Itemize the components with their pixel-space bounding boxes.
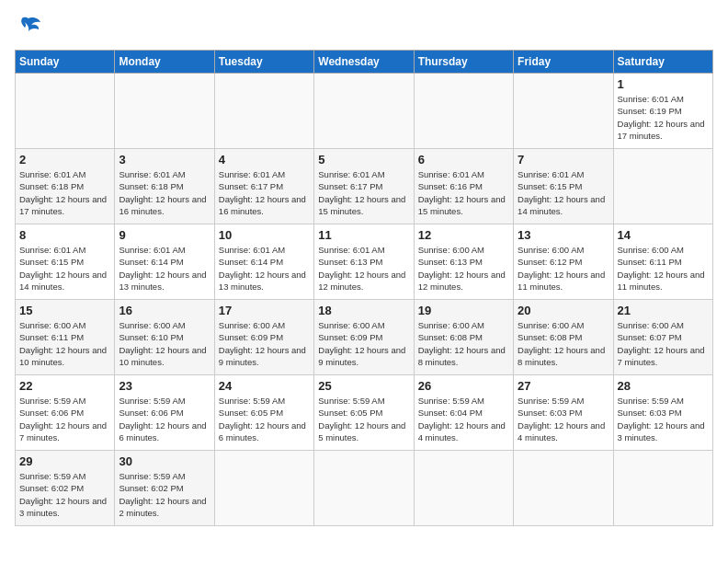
day-info: Sunrise: 6:00 AMSunset: 6:11 PMDaylight:…	[19, 319, 110, 368]
day-number: 23	[119, 379, 210, 393]
day-number: 17	[219, 304, 310, 317]
day-info: Sunrise: 6:01 AMSunset: 6:16 PMDaylight:…	[418, 168, 509, 217]
calendar-header-row: SundayMondayTuesdayWednesdayThursdayFrid…	[16, 51, 713, 74]
day-info: Sunrise: 6:01 AMSunset: 6:19 PMDaylight:…	[618, 93, 709, 142]
day-info: Sunrise: 6:00 AMSunset: 6:08 PMDaylight:…	[518, 319, 609, 368]
calendar-cell	[115, 74, 214, 149]
calendar-cell: 13Sunrise: 6:00 AMSunset: 6:12 PMDayligh…	[514, 224, 613, 300]
calendar-cell	[16, 74, 115, 149]
day-number: 30	[119, 454, 210, 468]
page-header	[15, 15, 713, 40]
day-info: Sunrise: 6:01 AMSunset: 6:18 PMDaylight:…	[19, 168, 110, 217]
calendar-cell: 20Sunrise: 6:00 AMSunset: 6:08 PMDayligh…	[514, 300, 613, 375]
day-info: Sunrise: 5:59 AMSunset: 6:06 PMDaylight:…	[119, 395, 210, 443]
day-info: Sunrise: 6:01 AMSunset: 6:15 PMDaylight:…	[518, 168, 609, 217]
calendar-cell: 3Sunrise: 6:01 AMSunset: 6:18 PMDaylight…	[115, 149, 214, 224]
calendar-cell	[514, 74, 613, 149]
day-info: Sunrise: 6:01 AMSunset: 6:14 PMDaylight:…	[119, 244, 210, 293]
calendar-cell: 17Sunrise: 6:00 AMSunset: 6:09 PMDayligh…	[214, 300, 313, 375]
day-number: 8	[19, 228, 110, 242]
day-number: 24	[219, 379, 310, 393]
day-info: Sunrise: 6:01 AMSunset: 6:14 PMDaylight:…	[219, 244, 310, 293]
calendar-cell: 4Sunrise: 6:01 AMSunset: 6:17 PMDaylight…	[214, 149, 313, 224]
day-info: Sunrise: 6:01 AMSunset: 6:17 PMDaylight:…	[219, 168, 310, 217]
calendar-cell: 21Sunrise: 6:00 AMSunset: 6:07 PMDayligh…	[613, 300, 712, 375]
calendar-cell: 15Sunrise: 6:00 AMSunset: 6:11 PMDayligh…	[16, 300, 115, 375]
calendar-cell: 16Sunrise: 6:00 AMSunset: 6:10 PMDayligh…	[115, 300, 214, 375]
calendar-cell: 25Sunrise: 5:59 AMSunset: 6:05 PMDayligh…	[314, 375, 414, 451]
calendar-cell: 22Sunrise: 5:59 AMSunset: 6:06 PMDayligh…	[16, 375, 115, 451]
calendar-cell: 27Sunrise: 5:59 AMSunset: 6:03 PMDayligh…	[514, 375, 613, 451]
day-number: 19	[418, 304, 509, 317]
calendar-cell: 11Sunrise: 6:01 AMSunset: 6:13 PMDayligh…	[314, 224, 414, 300]
calendar-day-header: Wednesday	[314, 51, 414, 74]
day-number: 14	[618, 228, 709, 242]
calendar-day-header: Friday	[514, 51, 613, 74]
day-number: 7	[518, 153, 609, 167]
calendar-day-header: Sunday	[16, 51, 115, 74]
day-info: Sunrise: 6:00 AMSunset: 6:09 PMDaylight:…	[318, 319, 409, 368]
day-info: Sunrise: 6:00 AMSunset: 6:10 PMDaylight:…	[119, 319, 210, 368]
calendar-cell: 24Sunrise: 5:59 AMSunset: 6:05 PMDayligh…	[214, 375, 313, 451]
day-number: 20	[518, 304, 609, 317]
calendar-week-row: 8Sunrise: 6:01 AMSunset: 6:15 PMDaylight…	[16, 224, 713, 300]
day-info: Sunrise: 6:00 AMSunset: 6:09 PMDaylight:…	[219, 319, 310, 368]
day-number: 2	[19, 153, 110, 167]
day-info: Sunrise: 6:00 AMSunset: 6:11 PMDaylight:…	[618, 244, 709, 293]
day-number: 9	[119, 228, 210, 242]
calendar-week-row: 2Sunrise: 6:01 AMSunset: 6:18 PMDaylight…	[16, 149, 713, 224]
calendar-day-header: Saturday	[613, 51, 712, 74]
calendar-cell: 19Sunrise: 6:00 AMSunset: 6:08 PMDayligh…	[414, 300, 513, 375]
calendar-cell	[414, 74, 513, 149]
calendar-cell: 30Sunrise: 5:59 AMSunset: 6:02 PMDayligh…	[115, 451, 214, 526]
calendar-week-row: 15Sunrise: 6:00 AMSunset: 6:11 PMDayligh…	[16, 300, 713, 375]
calendar-cell	[214, 74, 313, 149]
day-info: Sunrise: 5:59 AMSunset: 6:05 PMDaylight:…	[318, 395, 409, 443]
logo-icon	[15, 15, 42, 40]
calendar-cell: 18Sunrise: 6:00 AMSunset: 6:09 PMDayligh…	[314, 300, 414, 375]
calendar-day-header: Thursday	[414, 51, 513, 74]
day-number: 13	[518, 228, 609, 242]
day-info: Sunrise: 6:01 AMSunset: 6:13 PMDaylight:…	[318, 244, 409, 293]
calendar-cell: 5Sunrise: 6:01 AMSunset: 6:17 PMDaylight…	[314, 149, 414, 224]
calendar-cell: 2Sunrise: 6:01 AMSunset: 6:18 PMDaylight…	[16, 149, 115, 224]
day-info: Sunrise: 6:00 AMSunset: 6:07 PMDaylight:…	[618, 319, 709, 368]
day-number: 18	[318, 304, 409, 317]
calendar-cell	[314, 74, 414, 149]
day-info: Sunrise: 6:00 AMSunset: 6:12 PMDaylight:…	[518, 244, 609, 293]
calendar-week-row: 22Sunrise: 5:59 AMSunset: 6:06 PMDayligh…	[16, 375, 713, 451]
day-info: Sunrise: 6:00 AMSunset: 6:08 PMDaylight:…	[418, 319, 509, 368]
day-info: Sunrise: 5:59 AMSunset: 6:06 PMDaylight:…	[19, 395, 110, 443]
day-number: 26	[418, 379, 509, 393]
calendar-cell: 9Sunrise: 6:01 AMSunset: 6:14 PMDaylight…	[115, 224, 214, 300]
day-number: 15	[19, 304, 110, 317]
calendar-cell	[613, 451, 712, 526]
day-info: Sunrise: 5:59 AMSunset: 6:04 PMDaylight:…	[418, 395, 509, 443]
day-number: 22	[19, 379, 110, 393]
day-info: Sunrise: 5:59 AMSunset: 6:03 PMDaylight:…	[618, 395, 709, 443]
calendar-day-header: Tuesday	[214, 51, 313, 74]
day-info: Sunrise: 5:59 AMSunset: 6:05 PMDaylight:…	[219, 395, 310, 443]
calendar-cell: 26Sunrise: 5:59 AMSunset: 6:04 PMDayligh…	[414, 375, 513, 451]
day-number: 12	[418, 228, 509, 242]
day-number: 10	[219, 228, 310, 242]
day-number: 29	[19, 454, 110, 468]
day-number: 27	[518, 379, 609, 393]
calendar-cell: 10Sunrise: 6:01 AMSunset: 6:14 PMDayligh…	[214, 224, 313, 300]
day-number: 28	[618, 379, 709, 393]
calendar-cell	[613, 149, 712, 224]
day-number: 16	[119, 304, 210, 317]
day-number: 1	[618, 77, 709, 91]
calendar-cell: 29Sunrise: 5:59 AMSunset: 6:02 PMDayligh…	[16, 451, 115, 526]
calendar-cell	[314, 451, 414, 526]
calendar-week-row: 29Sunrise: 5:59 AMSunset: 6:02 PMDayligh…	[16, 451, 713, 526]
logo	[15, 15, 46, 40]
day-number: 3	[119, 153, 210, 167]
calendar-cell: 7Sunrise: 6:01 AMSunset: 6:15 PMDaylight…	[514, 149, 613, 224]
calendar-cell	[214, 451, 313, 526]
calendar-cell	[514, 451, 613, 526]
day-info: Sunrise: 5:59 AMSunset: 6:02 PMDaylight:…	[119, 470, 210, 519]
day-number: 6	[418, 153, 509, 167]
day-info: Sunrise: 6:01 AMSunset: 6:17 PMDaylight:…	[318, 168, 409, 217]
calendar-cell: 28Sunrise: 5:59 AMSunset: 6:03 PMDayligh…	[613, 375, 712, 451]
